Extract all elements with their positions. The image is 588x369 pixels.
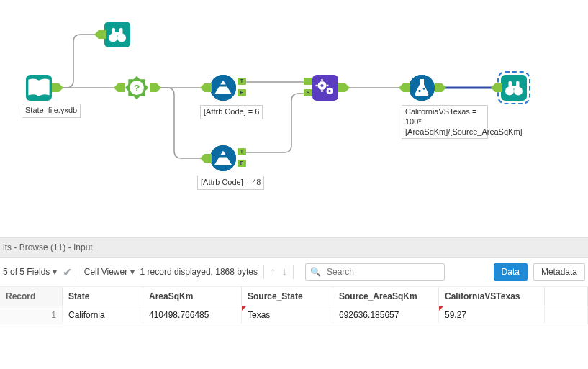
filter-triangle-icon: [210, 75, 236, 101]
results-panel: lts - Browse (11) - Input 5 of 5 Fields …: [0, 237, 588, 324]
col-spacer: [545, 287, 588, 306]
detour-tool[interactable]: ?: [124, 75, 150, 101]
svg-rect-27: [509, 81, 512, 88]
search-icon: 🔍: [310, 267, 321, 277]
metadata-button[interactable]: Metadata: [533, 263, 585, 281]
fields-dropdown[interactable]: 5 of 5 Fields: [3, 267, 57, 277]
separator: [293, 265, 294, 279]
join-s-anchor: S: [304, 89, 312, 96]
svg-point-17: [328, 90, 330, 92]
results-toolbar: 5 of 5 Fields ✔ Cell Viewer 1 record dis…: [0, 258, 588, 287]
svg-rect-28: [516, 81, 520, 88]
svg-point-15: [320, 84, 323, 87]
arrow-down-icon[interactable]: ↓: [281, 265, 287, 278]
browse-tool-top[interactable]: [104, 22, 130, 47]
svg-rect-4: [115, 32, 119, 36]
filter1-false-anchor: F: [238, 89, 246, 96]
input-data-tool[interactable]: [26, 75, 52, 101]
cell-californiavstexas[interactable]: 59.27: [439, 306, 545, 324]
connections-layer: [0, 0, 588, 237]
input-data-label: State_file.yxdb: [22, 104, 81, 118]
cell-areasqkm[interactable]: 410498.766485: [143, 306, 242, 324]
question-gear-icon: ?: [124, 75, 150, 101]
col-source_areasqkm[interactable]: Source_AreaSqKm: [333, 287, 439, 306]
col-record[interactable]: Record: [0, 287, 63, 306]
svg-rect-2: [112, 28, 116, 35]
filter2-true-anchor: T: [238, 148, 246, 155]
search-input[interactable]: [325, 266, 429, 278]
svg-point-23: [418, 90, 420, 92]
anchor-out: [52, 83, 59, 92]
col-californiavstexas[interactable]: CaliforniaVSTexas: [439, 287, 545, 306]
filter2-label: [Attrb Code] = 48: [197, 176, 264, 190]
cell-source_areasqkm[interactable]: 692636.185657: [333, 306, 439, 324]
anchor-out: [435, 83, 442, 92]
svg-text:?: ?: [134, 83, 140, 94]
binoculars-icon: [104, 22, 130, 47]
col-source_state[interactable]: Source_State: [242, 287, 333, 306]
svg-point-24: [423, 88, 425, 90]
table-header-row: Record State AreaSqKm Source_State Sourc…: [0, 287, 588, 306]
anchor-out: [338, 83, 345, 92]
filter-tool-2[interactable]: [210, 145, 236, 171]
cell-spacer: [545, 306, 588, 324]
filter-tool-1[interactable]: [210, 75, 236, 101]
record-summary: 1 record displayed, 1868 bytes: [140, 267, 258, 277]
filter1-label: [Attrb Code] = 6: [200, 105, 263, 119]
filter-triangle-icon: [210, 145, 236, 171]
formula-tool[interactable]: [409, 75, 435, 101]
join-tool[interactable]: [312, 75, 338, 101]
results-table[interactable]: Record State AreaSqKm Source_State Sourc…: [0, 287, 588, 324]
cell-state[interactable]: California: [63, 306, 143, 324]
cell-record: 1: [0, 306, 63, 324]
separator: [263, 265, 264, 279]
cell-source_state[interactable]: Texas: [242, 306, 333, 324]
table-row[interactable]: 1 California 410498.766485 Texas 692636.…: [0, 306, 588, 324]
formula-label: CaliforniaVSTexas = 100* [AreaSqKm]/[Sou…: [402, 105, 488, 139]
browse-tool-selected[interactable]: [501, 75, 527, 101]
join-top-anchor: [304, 78, 312, 85]
search-box[interactable]: 🔍: [305, 263, 445, 281]
col-state[interactable]: State: [63, 287, 143, 306]
svg-rect-29: [512, 86, 516, 89]
data-button[interactable]: Data: [494, 263, 528, 281]
filter1-true-anchor: T: [238, 78, 246, 85]
results-header: lts - Browse (11) - Input: [0, 237, 588, 258]
binoculars-icon: [501, 75, 527, 101]
cell-viewer-dropdown[interactable]: Cell Viewer: [84, 267, 135, 277]
workflow-canvas[interactable]: State_file.yxdb ? T F [Attrb Code] = 6 T: [0, 0, 588, 237]
anchor-out: [150, 83, 157, 92]
flask-icon: [409, 75, 435, 101]
arrow-up-icon[interactable]: ↑: [270, 265, 276, 278]
filter2-false-anchor: F: [238, 160, 246, 167]
check-icon[interactable]: ✔: [63, 265, 72, 279]
col-areasqkm[interactable]: AreaSqKm: [143, 287, 242, 306]
book-open-icon: [26, 75, 52, 101]
gears-icon: [312, 75, 338, 101]
svg-rect-3: [119, 28, 123, 35]
separator: [78, 265, 78, 279]
